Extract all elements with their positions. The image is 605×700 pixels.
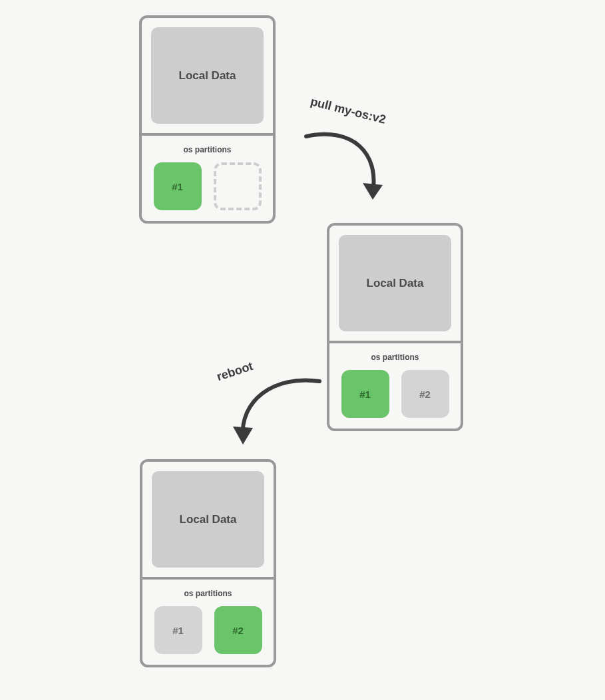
partition-1-active: #1 [341,370,389,418]
state-box-2: Local Data os partitions #1 #2 [327,223,463,431]
partition-row: #1 #2 [329,370,461,429]
svg-marker-0 [363,183,383,200]
partition-2-inactive: #2 [401,370,449,418]
partition-1-active: #1 [154,162,202,210]
svg-marker-1 [233,427,253,444]
partitions-label: os partitions [142,145,273,154]
partitions-label: os partitions [329,353,461,362]
state-box-3: Local Data os partitions #1 #2 [140,459,276,667]
divider [329,341,461,343]
local-data-block: Local Data [152,471,264,568]
local-data-block: Local Data [151,27,264,124]
partition-2-active: #2 [214,606,262,654]
divider [142,133,273,136]
partition-row: #1 #2 [142,606,274,665]
arrow-label-pull: pull my-os:v2 [309,94,387,126]
arrow-icon-1 [300,126,399,213]
partition-1-inactive: #1 [154,606,202,654]
partition-2-empty [214,162,262,210]
partitions-label: os partitions [142,589,274,598]
local-data-block: Local Data [339,235,451,331]
partition-row: #1 [142,162,273,221]
state-box-1: Local Data os partitions #1 [139,15,276,224]
arrow-icon-2 [220,375,326,454]
divider [142,577,274,580]
